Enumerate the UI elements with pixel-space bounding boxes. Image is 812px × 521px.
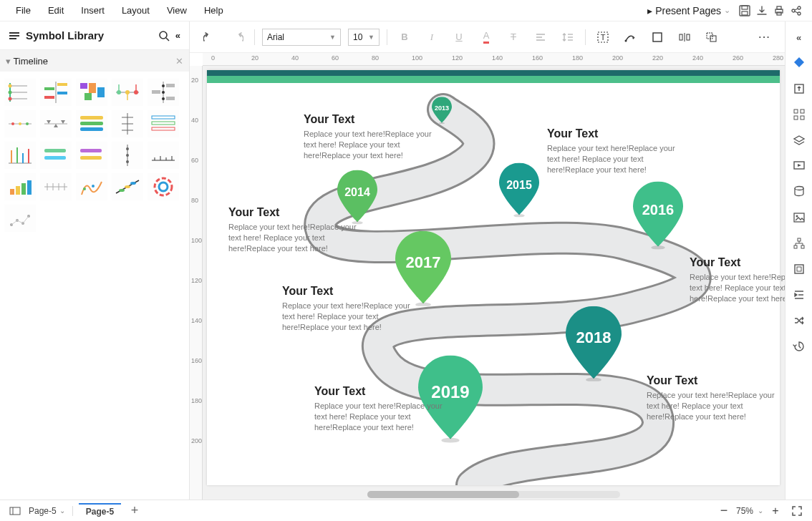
svg-text:T: T <box>601 33 606 42</box>
symbol-thumb[interactable] <box>4 173 36 200</box>
sitemap-icon[interactable] <box>788 232 810 255</box>
symbol-thumb[interactable] <box>112 79 143 106</box>
strike-button[interactable]: T <box>503 27 523 47</box>
data-icon[interactable] <box>788 180 810 203</box>
image-icon[interactable] <box>788 206 810 229</box>
symbol-thumb[interactable] <box>112 110 143 137</box>
export-icon[interactable] <box>788 77 810 100</box>
menu-insert[interactable]: Insert <box>72 2 113 19</box>
outline-view-icon[interactable] <box>7 503 23 519</box>
symbol-thumb[interactable] <box>40 173 72 200</box>
svg-rect-65 <box>80 149 102 152</box>
layers-icon[interactable] <box>788 129 810 152</box>
text-block[interactable]: Your TextReplace your text here!Replace … <box>304 113 432 161</box>
symbol-thumb[interactable] <box>4 205 36 232</box>
theme-icon[interactable] <box>788 52 810 74</box>
size-value: 10 <box>353 32 362 42</box>
svg-point-15 <box>9 91 12 94</box>
font-size-select[interactable]: 10▼ <box>348 29 380 46</box>
print-icon[interactable] <box>770 2 788 19</box>
menu-file[interactable]: File <box>7 2 39 19</box>
symbol-thumb[interactable] <box>40 110 72 137</box>
symbol-thumb[interactable] <box>76 110 107 137</box>
line-spacing-button[interactable] <box>558 27 578 47</box>
present-pages-button[interactable]: ▸ Present Pages ⌄ <box>642 2 736 19</box>
font-select[interactable]: Arial▼ <box>262 29 341 46</box>
distribute-button[interactable] <box>675 27 695 47</box>
symbol-library-panel: Symbol Library « ▾ Timeline ✕ <box>0 21 190 500</box>
symbol-thumb[interactable] <box>112 142 143 169</box>
text-block[interactable]: Your TextReplace your text here!Replace … <box>282 285 411 333</box>
save-icon[interactable] <box>736 2 753 19</box>
symbol-thumb[interactable] <box>40 142 72 169</box>
symbol-thumb[interactable] <box>76 142 107 169</box>
share-icon[interactable] <box>788 2 805 19</box>
more-button[interactable]: ··· <box>755 27 775 47</box>
italic-button[interactable]: I <box>422 27 442 47</box>
symbol-thumb[interactable] <box>4 79 36 106</box>
page-tab[interactable]: Page-5 <box>79 503 121 519</box>
text-block[interactable]: Your TextReplace your text here!Replace … <box>547 127 676 175</box>
symbol-thumb[interactable] <box>148 173 179 200</box>
shape-outline-button[interactable] <box>647 27 667 47</box>
expand-rail-icon[interactable]: « <box>788 26 810 49</box>
symbol-thumb[interactable] <box>76 173 107 200</box>
svg-point-69 <box>126 154 129 157</box>
timeline-pin[interactable]: 2018 <box>566 306 622 381</box>
menu-layout[interactable]: Layout <box>113 2 158 19</box>
close-icon[interactable]: ✕ <box>175 56 183 67</box>
text-block[interactable]: Your TextReplace your text here!Replace … <box>228 206 357 254</box>
svg-rect-79 <box>27 180 32 195</box>
indent-icon[interactable] <box>788 283 810 306</box>
menu-edit[interactable]: Edit <box>39 2 72 19</box>
menu-view[interactable]: View <box>158 2 195 19</box>
symbol-thumb[interactable] <box>148 110 179 137</box>
shuffle-icon[interactable] <box>788 309 810 332</box>
page-select[interactable]: Page-5 <box>29 506 57 516</box>
search-icon[interactable] <box>158 30 170 42</box>
timeline-pin[interactable]: 2016 <box>633 182 683 250</box>
text-tool-button[interactable]: T <box>593 27 613 47</box>
library-title: Symbol Library <box>26 29 153 42</box>
symbol-thumb[interactable] <box>112 173 143 200</box>
svg-point-90 <box>130 182 136 185</box>
timeline-section-header[interactable]: ▾ Timeline ✕ <box>0 50 189 72</box>
bold-button[interactable]: B <box>395 27 415 47</box>
timeline-pin[interactable]: 2015 <box>499 162 539 217</box>
symbol-thumb[interactable] <box>148 79 179 106</box>
symbol-thumb[interactable] <box>4 142 36 169</box>
zoom-out-button[interactable]: − <box>716 503 732 519</box>
text-block[interactable]: Your TextReplace your text here!Replace … <box>314 385 443 433</box>
underline-button[interactable]: U <box>449 27 469 47</box>
svg-point-114 <box>513 214 525 217</box>
text-block[interactable]: Your TextReplace your text here!Replace … <box>647 374 775 422</box>
vertical-ruler: 20406080100120140160180200 <box>190 66 203 500</box>
timeline-pin[interactable]: 2013 <box>432 97 452 124</box>
symbol-thumb[interactable] <box>40 79 72 106</box>
menu-help[interactable]: Help <box>195 2 232 19</box>
zoom-in-button[interactable]: + <box>768 503 783 519</box>
undo-button[interactable] <box>200 27 220 47</box>
canvas-scroll[interactable]: 2013201420152016201720182019Your TextRep… <box>203 66 785 500</box>
group-button[interactable] <box>702 27 722 47</box>
symbol-thumb[interactable] <box>76 79 107 106</box>
align-button[interactable] <box>531 27 551 47</box>
text-block[interactable]: Your TextReplace your text here!Replace … <box>690 256 785 304</box>
menu-bar: File Edit Insert Layout View Help ▸ Pres… <box>0 0 812 21</box>
history-icon[interactable] <box>788 335 810 358</box>
redo-button[interactable] <box>227 27 247 47</box>
scrollbar-thumb[interactable] <box>367 491 519 498</box>
collapse-panel-icon[interactable]: « <box>175 30 180 41</box>
grid-icon[interactable] <box>788 103 810 126</box>
frame-icon[interactable] <box>788 258 810 281</box>
connector-button[interactable] <box>620 27 640 47</box>
symbol-thumb[interactable] <box>148 142 179 169</box>
slideshow-icon[interactable] <box>788 155 810 177</box>
download-icon[interactable] <box>753 2 770 19</box>
fullscreen-icon[interactable] <box>789 503 805 519</box>
horizontal-scrollbar[interactable] <box>367 491 620 498</box>
symbol-thumb[interactable] <box>4 110 36 137</box>
page-canvas[interactable]: 2013201420152016201720182019Your TextRep… <box>207 70 780 485</box>
text-color-button[interactable]: A <box>476 27 496 47</box>
add-page-button[interactable]: + <box>127 503 142 519</box>
